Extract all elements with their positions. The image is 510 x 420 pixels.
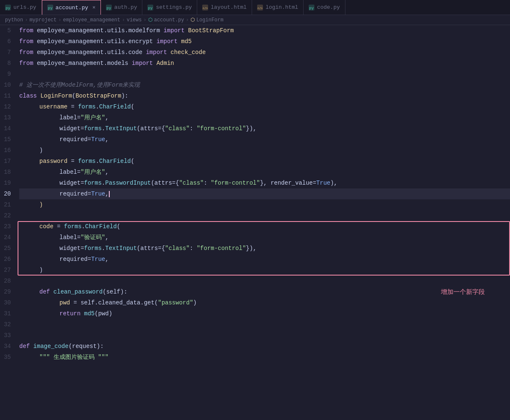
tab-icon-account: py [47,5,53,10]
line-num-33: 33 [3,330,14,341]
code-line-18: label="用户名", [19,167,510,178]
tab-close-account[interactable]: ✕ [93,5,95,10]
breadcrumb: python › myproject › employee_management… [0,15,510,25]
svg-text:py: py [6,6,10,10]
line-num-8: 8 [3,58,14,69]
tab-label-urls: urls.py [13,4,36,10]
line-num-18: 18 [3,167,14,178]
code-line-20: required=True, [19,188,510,199]
line-num-14: 14 [3,123,14,134]
tab-icon-layout: </> [202,5,208,10]
tab-bar: py urls.py py account.py ✕ py auth.py py… [0,0,510,15]
breadcrumb-employee[interactable]: employee_management [63,17,120,23]
line-num-12: 12 [3,101,14,112]
line-num-15: 15 [3,134,14,145]
red-box-section: code = forms.CharField( label="验证码", wid… [19,221,510,276]
tab-icon-auth: py [106,5,112,10]
code-line-8: from employee_management.models import A… [19,58,510,69]
code-line-11: class LoginForm(BootStrapForm): [19,90,510,101]
code-line-30: pwd = self.cleaned_data.get("password") [19,297,510,308]
code-line-14: widget=forms.TextInput(attrs={"class": "… [19,123,510,134]
line-num-29: 29 [3,286,14,297]
breadcrumb-icon-class: ⬡ [191,17,195,23]
breadcrumb-account[interactable]: account.py [154,17,184,23]
line-num-6: 6 [3,36,14,47]
line-num-17: 17 [3,156,14,167]
tab-label-account: account.py [56,5,88,11]
tab-icon-settings: py [147,5,153,10]
svg-text:</>: </> [203,7,208,10]
line-num-26: 26 [3,254,14,265]
code-line-7: from employee_management.utils.code impo… [19,47,510,58]
code-line-33 [19,330,510,341]
line-num-25: 25 [3,243,14,254]
line-num-28: 28 [3,276,14,286]
line-numbers: 5 6 7 8 9 10 11 12 13 14 15 16 17 18 19 … [0,25,18,419]
tab-urls[interactable]: py urls.py [0,0,42,15]
code-line-21: ) [19,199,510,210]
tab-icon-login: </> [257,5,263,10]
breadcrumb-loginform[interactable]: LoginForm [196,17,224,23]
code-line-13: label="用户名", [19,112,510,123]
line-num-21: 21 [3,199,14,210]
breadcrumb-views[interactable]: views [126,17,142,23]
code-line-6: from employee_management.utils.encrypt i… [19,36,510,47]
code-line-16: ) [19,145,510,156]
breadcrumb-python[interactable]: python [5,17,23,23]
tab-label-settings: settings.py [156,4,192,10]
code-line-28 [19,276,510,286]
tab-icon-code: py [309,5,314,10]
code-content[interactable]: from employee_management.utils.modelform… [18,25,510,419]
code-line-35: """ 生成图片验证码 """ [19,352,510,363]
code-line-12: username = forms.CharField( [19,101,510,112]
svg-text:py: py [106,6,111,10]
line-num-35: 35 [3,352,14,363]
line-num-34: 34 [3,341,14,352]
code-line-15: required=True, [19,134,510,145]
line-num-27: 27 [3,265,14,276]
code-line-26: required=True, [19,254,510,265]
code-line-27: ) [19,265,510,276]
line-num-5: 5 [3,25,14,36]
code-line-19: widget=forms.PasswordInput(attrs={"class… [19,178,510,188]
svg-text:py: py [309,6,314,10]
svg-text:py: py [48,6,52,10]
line-num-23: 23 [3,221,14,232]
line-num-13: 13 [3,112,14,123]
code-line-22 [19,210,510,221]
line-num-19: 19 [3,178,14,188]
tab-label-layout: layout.html [211,4,247,10]
app-container: py urls.py py account.py ✕ py auth.py py… [0,0,510,419]
breadcrumb-icon-file: ⬡ [148,17,152,23]
code-line-31: return md5(pwd) [19,308,510,319]
line-num-31: 31 [3,308,14,319]
breadcrumb-myproject[interactable]: myproject [29,17,57,23]
code-area: 5 6 7 8 9 10 11 12 13 14 15 16 17 18 19 … [0,25,510,419]
line-num-16: 16 [3,145,14,156]
line-num-10: 10 [3,80,14,90]
line-num-30: 30 [3,297,14,308]
line-num-20: 20 [3,188,14,199]
tab-settings[interactable]: py settings.py [142,0,197,15]
tab-icon-urls: py [5,5,11,10]
tab-code[interactable]: py code.py [304,0,345,15]
code-line-32 [19,319,510,330]
code-line-29: def clean_password(self): 增加一个新字段 [19,286,510,297]
line-num-11: 11 [3,90,14,101]
tab-layout[interactable]: </> layout.html [197,0,252,15]
tab-account[interactable]: py account.py ✕ [42,0,101,15]
line-num-22: 22 [3,210,14,221]
code-line-34: def image_code(request): [19,341,510,352]
code-line-24: label="验证码", [19,232,510,243]
svg-text:py: py [148,6,153,10]
line-num-24: 24 [3,232,14,243]
tab-label-auth: auth.py [114,4,137,10]
line-num-9: 9 [3,69,14,80]
tab-label-code: code.py [317,4,340,10]
line-num-7: 7 [3,47,14,58]
line-num-32: 32 [3,319,14,330]
tab-login[interactable]: </> login.html [252,0,304,15]
tab-label-login: login.html [265,4,298,10]
tab-auth[interactable]: py auth.py [101,0,143,15]
code-line-9 [19,69,510,80]
